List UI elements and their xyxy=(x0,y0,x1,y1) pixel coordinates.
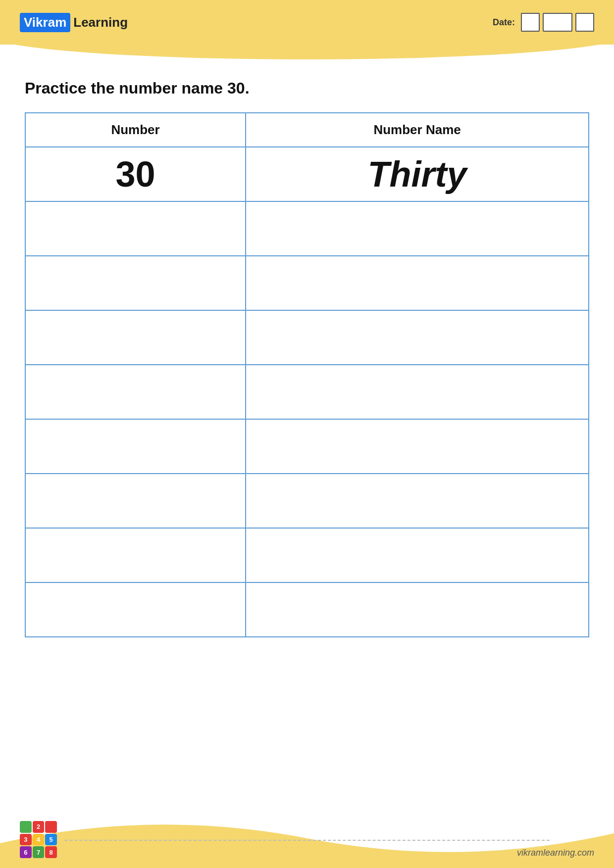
empty-name-cell[interactable] xyxy=(246,419,589,474)
empty-number-cell[interactable] xyxy=(25,256,246,310)
block-2: 2 xyxy=(33,821,45,833)
practice-title: Practice the number name 30. xyxy=(25,79,589,97)
footer-website: vikramlearning.com xyxy=(517,848,594,858)
header: Vikram Learning Date: xyxy=(0,0,614,45)
date-label: Date: xyxy=(493,17,515,28)
block-4: 3 xyxy=(20,834,32,846)
table-row xyxy=(25,310,589,365)
block-7: 6 xyxy=(20,846,32,858)
empty-number-cell[interactable] xyxy=(25,365,246,419)
number-value-cell: 30 xyxy=(25,147,246,201)
number-table: Number Number Name 30 Thirty xyxy=(25,112,589,637)
table-row: 30 Thirty xyxy=(25,147,589,201)
empty-number-cell[interactable] xyxy=(25,201,246,256)
block-8: 7 xyxy=(33,846,45,858)
logo-learning: Learning xyxy=(70,13,131,32)
empty-number-cell[interactable] xyxy=(25,419,246,474)
empty-name-cell[interactable] xyxy=(246,474,589,528)
table-row xyxy=(25,365,589,419)
col-number-header: Number xyxy=(25,113,246,147)
table-header-row: Number Number Name xyxy=(25,113,589,147)
empty-name-cell[interactable] xyxy=(246,582,589,637)
footer-dotted-line xyxy=(64,840,550,841)
empty-number-cell[interactable] xyxy=(25,582,246,637)
table-row xyxy=(25,474,589,528)
name-value-cell: Thirty xyxy=(246,147,589,201)
date-section: Date: xyxy=(493,13,594,32)
empty-name-cell[interactable] xyxy=(246,310,589,365)
empty-name-cell[interactable] xyxy=(246,201,589,256)
logo-vikram: Vikram xyxy=(20,13,70,32)
date-boxes xyxy=(521,13,594,32)
empty-name-cell[interactable] xyxy=(246,365,589,419)
col-name-header: Number Name xyxy=(246,113,589,147)
block-1 xyxy=(20,821,32,833)
table-row xyxy=(25,582,589,637)
block-3 xyxy=(45,821,57,833)
main-content: Practice the number name 30. Number Numb… xyxy=(0,45,614,657)
table-row xyxy=(25,201,589,256)
date-box-year[interactable] xyxy=(575,13,594,32)
logo: Vikram Learning xyxy=(20,13,131,32)
table-row xyxy=(25,419,589,474)
table-row xyxy=(25,528,589,582)
number-name-value: Thirty xyxy=(368,154,467,194)
empty-number-cell[interactable] xyxy=(25,528,246,582)
empty-number-cell[interactable] xyxy=(25,310,246,365)
block-6: 5 xyxy=(45,834,57,846)
date-box-day[interactable] xyxy=(521,13,540,32)
footer-blocks-icon: 2 3 4 5 6 7 8 xyxy=(20,821,57,858)
number-value: 30 xyxy=(116,154,155,194)
date-box-month[interactable] xyxy=(543,13,572,32)
table-row xyxy=(25,256,589,310)
empty-name-cell[interactable] xyxy=(246,528,589,582)
empty-name-cell[interactable] xyxy=(246,256,589,310)
block-5: 4 xyxy=(33,834,45,846)
empty-number-cell[interactable] xyxy=(25,474,246,528)
footer-content: 2 3 4 5 6 7 8 vikramlearning.com xyxy=(0,804,614,868)
block-9: 8 xyxy=(45,846,57,858)
